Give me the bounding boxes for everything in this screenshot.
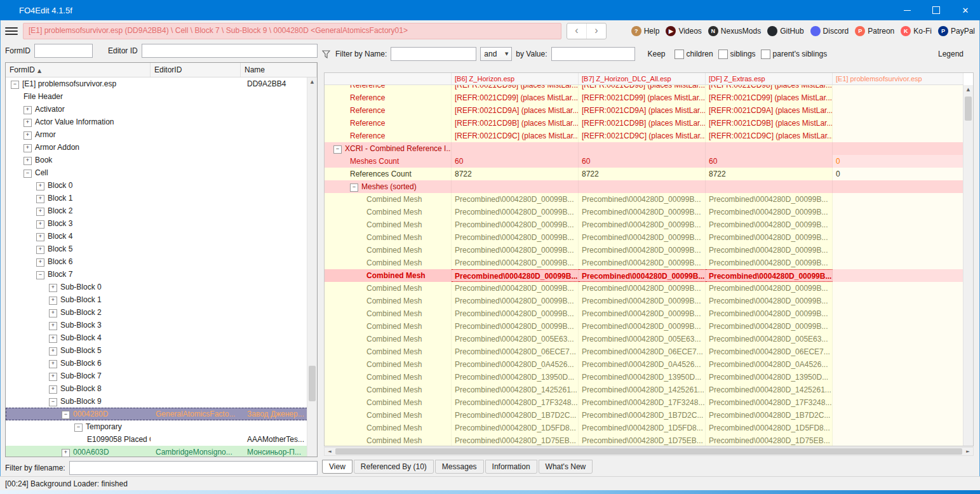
expand-icon[interactable]: +: [23, 106, 32, 114]
formid-input[interactable]: [34, 44, 93, 58]
record-row[interactable]: −Meshes (sorted): [325, 180, 963, 193]
tree-row[interactable]: −Block 7: [6, 268, 307, 281]
record-row[interactable]: Reference[REFR:0021CD98] (places MistLar…: [325, 85, 963, 91]
record-cell[interactable]: Precombined\0004280D_06ECE7...: [706, 345, 833, 358]
toolbar-link-paypal[interactable]: PPayPal: [938, 26, 975, 36]
collapse-icon[interactable]: −: [350, 184, 358, 192]
keep-checkbox-parent-s-siblings[interactable]: parent's siblings: [761, 50, 828, 59]
collapse-icon[interactable]: −: [62, 411, 70, 419]
record-cell[interactable]: Precombined\0004280D_00099B...: [452, 244, 579, 257]
record-cell[interactable]: Precombined\0004280D_00099B...: [706, 307, 833, 320]
record-cell[interactable]: [REFR:0021CD9A] (places MistLar...: [706, 104, 833, 117]
record-row[interactable]: References Count8722872287220: [325, 168, 963, 180]
record-cell[interactable]: [833, 244, 963, 257]
checkbox-icon[interactable]: [718, 50, 728, 59]
toolbar-link-help[interactable]: ?Help: [631, 26, 660, 36]
record-cell[interactable]: [REFR:0021CD9B] (places MistLar...: [706, 117, 833, 130]
record-cell[interactable]: Precombined\0004280D_00099B...: [579, 307, 706, 320]
record-cell[interactable]: [REFR:0021CD98] (places MistLar...: [579, 85, 706, 91]
record-row[interactable]: Combined MeshPrecombined\0004280D_00099B…: [325, 257, 963, 269]
expand-icon[interactable]: +: [36, 182, 44, 190]
record-cell[interactable]: 8722: [452, 168, 579, 180]
record-cell[interactable]: Precombined\0004280D_00099B...: [706, 244, 833, 257]
record-row[interactable]: Combined MeshPrecombined\0004280D_0A4526…: [325, 358, 963, 371]
record-row[interactable]: Combined MeshPrecombined\0004280D_00099B…: [325, 193, 963, 206]
editorid-input[interactable]: [142, 44, 318, 58]
record-cell[interactable]: Precombined\0004280D_00099B...: [452, 282, 579, 295]
record-cell[interactable]: [833, 104, 963, 117]
tab-information[interactable]: Information: [485, 460, 537, 474]
scroll-thumb[interactable]: [335, 448, 962, 455]
record-cell[interactable]: Precombined\0004280D_00099B...: [706, 231, 833, 244]
record-cell[interactable]: [REFR:0021CD9C] (places MistLar...: [706, 130, 833, 142]
record-cell[interactable]: 8722: [579, 168, 706, 180]
tab-view[interactable]: View: [322, 460, 352, 474]
tree-row[interactable]: −[E1] problemsofsurvivor.espDD9A2BB4: [6, 77, 307, 90]
record-row[interactable]: Combined MeshPrecombined\0004280D_17F324…: [325, 396, 963, 409]
tree-row[interactable]: +Block 4: [6, 230, 307, 243]
record-cell[interactable]: [833, 142, 963, 155]
expand-icon[interactable]: +: [36, 258, 44, 267]
record-cell[interactable]: Precombined\0004280D_00099B...: [452, 257, 579, 269]
tree-row[interactable]: File Header: [6, 90, 307, 103]
record-cell[interactable]: Precombined\0004280D_005E63...: [452, 333, 579, 345]
expand-icon[interactable]: +: [36, 195, 44, 203]
scroll-left-icon[interactable]: ◄: [325, 449, 335, 454]
record-row[interactable]: Combined MeshPrecombined\0004280D_00099B…: [325, 269, 963, 282]
tree-row[interactable]: +Sub-Block 0: [6, 281, 307, 293]
record-cell[interactable]: [833, 282, 963, 295]
forward-button[interactable]: ›: [586, 23, 606, 39]
record-cell[interactable]: [833, 231, 963, 244]
expand-icon[interactable]: +: [36, 233, 44, 241]
record-cell[interactable]: [706, 142, 833, 155]
record-row[interactable]: Combined MeshPrecombined\0004280D_00099B…: [325, 307, 963, 320]
record-cell[interactable]: Precombined\0004280D_1425261...: [579, 384, 706, 396]
record-row[interactable]: Combined MeshPrecombined\0004280D_00099B…: [325, 320, 963, 333]
tree-row[interactable]: +Block 1: [6, 192, 307, 204]
collapse-icon[interactable]: −: [49, 398, 57, 406]
tree-row[interactable]: +Block 0: [6, 179, 307, 192]
record-cell[interactable]: Precombined\0004280D_00099B...: [452, 218, 579, 231]
maximize-button[interactable]: [922, 0, 951, 20]
record-cell[interactable]: 60: [579, 155, 706, 168]
record-row[interactable]: Combined MeshPrecombined\0004280D_1D75EB…: [325, 434, 963, 446]
tree-row[interactable]: −Cell: [6, 166, 307, 179]
toolbar-link-github[interactable]: GitHub: [767, 26, 803, 36]
record-cell[interactable]: [833, 206, 963, 218]
expand-icon[interactable]: +: [49, 284, 57, 292]
scroll-thumb[interactable]: [965, 97, 972, 121]
record-cell[interactable]: [833, 193, 963, 206]
record-cell[interactable]: Precombined\0004280D_1D75EB...: [706, 434, 833, 446]
record-cell[interactable]: [833, 434, 963, 446]
record-cell[interactable]: Precombined\0004280D_00099B...: [452, 206, 579, 218]
tree-row[interactable]: −0004280DGeneralAtomicsFacto...Завод Дже…: [6, 408, 307, 420]
record-cell[interactable]: Precombined\0004280D_17F3248...: [706, 396, 833, 409]
toolbar-link-kofi[interactable]: KKo-Fi: [901, 26, 932, 36]
collapse-icon[interactable]: −: [333, 145, 342, 154]
record-cell[interactable]: Precombined\0004280D_1B7D2C...: [579, 409, 706, 422]
scroll-up-icon[interactable]: ▲: [963, 85, 973, 94]
record-cell[interactable]: Precombined\0004280D_0A4526...: [579, 358, 706, 371]
record-cell[interactable]: Precombined\0004280D_13950D...: [579, 371, 706, 384]
record-cell[interactable]: [833, 257, 963, 269]
record-row[interactable]: Combined MeshPrecombined\0004280D_13950D…: [325, 371, 963, 384]
tab-referenced-by-10-[interactable]: Referenced By (10): [354, 460, 434, 474]
record-cell[interactable]: [833, 345, 963, 358]
record-cell[interactable]: Precombined\0004280D_00099B...: [579, 231, 706, 244]
record-cell[interactable]: Precombined\0004280D_1B7D2C...: [706, 409, 833, 422]
tree-row[interactable]: +Sub-Block 7: [6, 370, 307, 382]
record-row[interactable]: Combined MeshPrecombined\0004280D_005E63…: [325, 333, 963, 345]
record-cell[interactable]: [833, 371, 963, 384]
keep-checkbox-children[interactable]: children: [675, 50, 713, 59]
record-row[interactable]: Reference[REFR:0021CD99] (places MistLar…: [325, 91, 963, 104]
record-cell[interactable]: Precombined\0004280D_005E63...: [706, 333, 833, 345]
record-cell[interactable]: Precombined\0004280D_1425261...: [452, 384, 579, 396]
minimize-button[interactable]: [892, 0, 922, 20]
scroll-up-icon[interactable]: ▲: [307, 77, 317, 86]
record-cell[interactable]: [833, 422, 963, 434]
expand-icon[interactable]: +: [49, 322, 57, 330]
record-row[interactable]: Combined MeshPrecombined\0004280D_1B7D2C…: [325, 409, 963, 422]
record-cell[interactable]: [833, 85, 963, 91]
tree-row[interactable]: +Sub-Block 4: [6, 331, 307, 344]
record-cell[interactable]: [452, 180, 579, 193]
